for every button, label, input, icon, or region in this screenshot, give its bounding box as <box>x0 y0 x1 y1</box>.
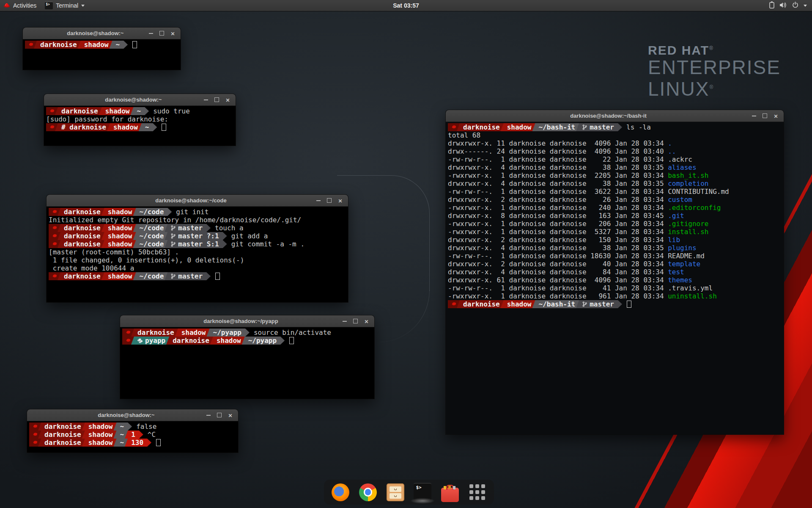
minimize-button[interactable] <box>342 318 347 324</box>
window-titlebar[interactable]: darknoise@shadow:~/bash-it <box>446 110 784 122</box>
file-list-row: drwxrwxr-x. 4 darknoise darknoise 38 Jan… <box>448 163 782 171</box>
command-text: ls -la <box>626 123 651 131</box>
terminal-output-line: Initialized empty Git repository in /hom… <box>49 216 346 224</box>
maximize-button[interactable] <box>353 318 358 324</box>
window-titlebar[interactable]: darknoise@shadow:~ <box>23 28 181 39</box>
file-name: install.sh <box>668 228 708 236</box>
file-list-row: -rwxrwxr-x. 1 darknoise darknoise 206 Ja… <box>448 220 782 228</box>
git-branch-icon <box>171 233 176 239</box>
redhat-prompt-icon <box>33 432 38 437</box>
top-bar: Activities Terminal Sat 03:57 <box>0 0 812 11</box>
maximize-button[interactable] <box>326 198 332 203</box>
file-list-row: -rw-rw-r--. 1 darknoise darknoise 3622 J… <box>448 188 782 196</box>
minimize-button[interactable] <box>148 30 154 36</box>
system-tray[interactable] <box>769 0 807 11</box>
terminal-content[interactable]: darknoiseshadow~/bash-itmasterls -latota… <box>446 122 784 434</box>
prompt-line: darknoiseshadow~ <box>25 41 178 49</box>
running-app-glow <box>410 498 435 504</box>
redhat-prompt-icon <box>33 424 38 429</box>
prompt-segment-host: shadow <box>501 300 537 308</box>
minimize-button[interactable] <box>203 97 208 102</box>
prompt-segment-branch: master S:1 <box>165 240 227 248</box>
terminal-content[interactable]: darknoiseshadow~/pyappsource bin/activat… <box>120 327 374 399</box>
prompt-segment-host: shadow <box>175 329 211 337</box>
window-titlebar[interactable]: darknoise@shadow:~/pyapp <box>120 315 374 327</box>
prompt-segment-path: ~/pyapp <box>242 337 285 345</box>
maximize-icon <box>353 319 358 323</box>
prompt-segment-user: darknoise <box>38 422 87 431</box>
volume-icon <box>779 2 787 9</box>
prompt-segment-host: shadow <box>99 107 135 115</box>
git-branch-icon <box>171 225 176 231</box>
redhat-prompt-icon <box>52 273 58 279</box>
minimize-icon <box>149 33 153 34</box>
minimize-button[interactable] <box>315 198 321 203</box>
maximize-button[interactable] <box>159 30 165 36</box>
file-name: README.md <box>668 252 705 260</box>
terminal-content[interactable]: darknoiseshadow~falsedarknoiseshadow~1^C… <box>27 421 238 453</box>
command-text: source bin/activate <box>254 329 331 337</box>
prompt-segment-host: shadow <box>102 232 138 240</box>
minimize-icon <box>206 415 211 416</box>
window-titlebar[interactable]: darknoise@shadow:~ <box>44 94 236 106</box>
terminal-icon[interactable] <box>414 483 431 501</box>
prompt-segment-path: ~/bash-it <box>532 123 581 131</box>
window-title: darknoise@shadow:~/pyapp <box>145 318 336 324</box>
redhat-prompt-icon <box>126 330 131 335</box>
app-grid-icon[interactable] <box>469 483 486 501</box>
window-titlebar[interactable]: darknoise@shadow:~/code <box>47 195 348 207</box>
minimize-button[interactable] <box>751 113 757 119</box>
rhel-logo-line3: LINUX® <box>648 77 781 99</box>
maximize-button[interactable] <box>217 412 222 418</box>
firefox-icon[interactable] <box>332 483 349 501</box>
prompt-segment-path: ~ <box>131 107 149 115</box>
terminal-content[interactable]: darknoiseshadow~sudo true[sudo] password… <box>44 106 236 146</box>
terminal-cursor <box>627 301 631 308</box>
clock[interactable]: Sat 03:57 <box>0 2 812 9</box>
close-button[interactable] <box>364 318 369 324</box>
redhat-prompt-icon <box>52 209 58 215</box>
prompt-segment-status: 130 <box>125 439 151 447</box>
file-list-row: -rwxrwxr-x. 1 darknoise darknoise 240 Ja… <box>448 204 782 212</box>
terminal-content[interactable]: darknoiseshadow~/codegit initInitialized… <box>47 207 348 302</box>
chrome-icon[interactable] <box>359 483 377 501</box>
toolbox-icon[interactable] <box>441 488 459 502</box>
close-button[interactable] <box>773 113 779 119</box>
file-list-row: drwxrwxr-x. 4 darknoise darknoise 38 Jan… <box>448 244 782 252</box>
prompt-segment-status: 1 <box>125 431 143 439</box>
maximize-icon <box>763 113 767 118</box>
window-titlebar[interactable]: darknoise@shadow:~ <box>27 409 238 421</box>
maximize-button[interactable] <box>214 97 219 102</box>
prompt-segment-user: darknoise <box>58 224 106 232</box>
close-button[interactable] <box>337 198 343 203</box>
minimize-button[interactable] <box>206 412 211 418</box>
prompt-segment-path: ~/pyapp <box>207 329 250 337</box>
close-button[interactable] <box>225 97 230 102</box>
file-name: .gitignore <box>668 220 708 228</box>
rhel-logo-line2: ENTERPRISE <box>648 58 781 77</box>
prompt-segment-host: shadow <box>78 41 114 49</box>
prompt-segment-host: shadow <box>102 224 138 232</box>
git-branch-icon <box>171 241 176 247</box>
terminal-window-pyapp: darknoise@shadow:~/pyapp darknoiseshadow… <box>120 315 374 399</box>
redhat-prompt-icon <box>126 338 131 343</box>
close-button[interactable] <box>228 412 233 418</box>
file-name: uninstall.sh <box>668 292 717 300</box>
terminal-output-line: create mode 100644 a <box>49 264 346 272</box>
redhat-prompt-icon <box>451 301 457 307</box>
prompt-segment-path: ~/code <box>133 272 170 280</box>
file-list-row: drwxrwxr-x. 8 darknoise darknoise 163 Ja… <box>448 212 782 220</box>
minimize-icon <box>343 321 347 322</box>
maximize-icon <box>214 97 219 102</box>
prompt-segment-host: shadow <box>82 422 118 431</box>
terminal-content[interactable]: darknoiseshadow~ <box>23 39 181 70</box>
redhat-prompt-icon <box>33 440 38 445</box>
files-icon[interactable] <box>387 483 404 501</box>
close-button[interactable] <box>170 30 176 36</box>
prompt-line: darknoiseshadow~/codemaster <box>49 272 346 280</box>
prompt-segment-branch: master <box>165 272 211 280</box>
redhat-prompt-icon <box>49 124 55 130</box>
terminal-cursor <box>132 41 137 48</box>
maximize-button[interactable] <box>762 113 768 119</box>
file-list-row: -rw-rw-r--. 1 darknoise darknoise 18630 … <box>448 252 782 260</box>
